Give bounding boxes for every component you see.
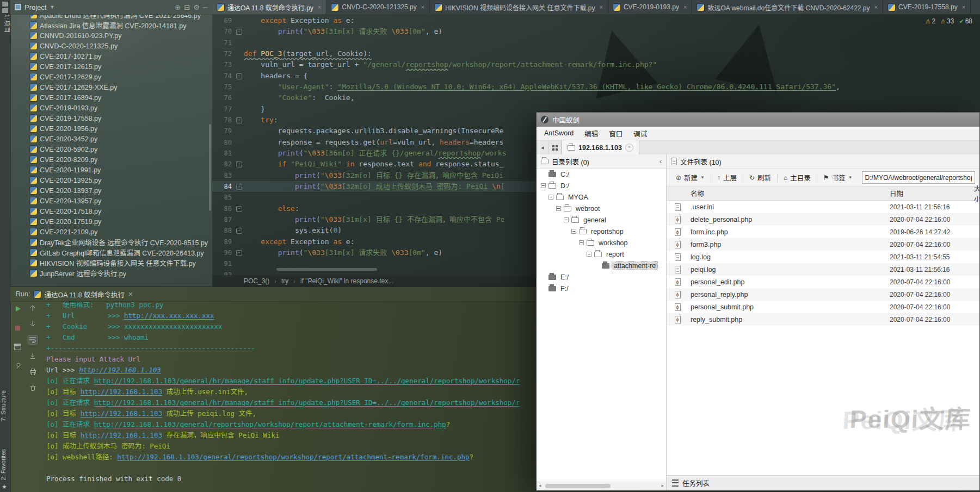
project-tree-item[interactable]: CVE-2020-8209.py (10, 154, 212, 165)
scroll-left-icon[interactable]: ◂ (539, 483, 541, 488)
directory-tree-item[interactable]: reportshop (537, 226, 666, 237)
console-link[interactable]: http://192.168.1.103/general/reportshop/… (94, 420, 446, 428)
breadcrumb-item[interactable]: POC_3() (244, 277, 269, 285)
run-tab[interactable]: 通达OA 11.8 蚁剑命令执行 ✕ (34, 289, 133, 300)
menu-item[interactable]: 编辑 (579, 128, 603, 139)
project-tree-item[interactable]: CVE-2017-12629.py (10, 72, 212, 82)
settings-gear-icon[interactable]: ⚙ (193, 4, 200, 11)
project-tree-item[interactable]: CVE-2020-11991.py (10, 165, 212, 175)
console-link[interactable]: http://192.168.1.103/general/hr/manage/s… (94, 377, 520, 385)
project-tree-item[interactable]: CNNVD-201610-923.PY.py (10, 30, 212, 41)
project-tree-item[interactable]: CVE-2020-5902.py (10, 144, 212, 154)
project-tree-item[interactable]: CVE-2017-12615.py (10, 61, 212, 72)
fold-marker-icon[interactable]: - (236, 250, 242, 256)
fold-marker-icon[interactable]: - (236, 117, 242, 123)
editor-tab[interactable]: CVE-2019-0193.py× (608, 0, 693, 14)
editor-tab[interactable]: CVE-2019-17558.py× (883, 0, 971, 14)
project-tree-item[interactable]: CVE-2020-13925.py (10, 175, 212, 185)
project-tree-item[interactable]: CVE-2020-17518.py (10, 206, 212, 216)
project-tree-item[interactable]: CVE-2019-0193.py (10, 103, 212, 113)
project-tree-item[interactable]: JunpServer 远程命令执行.py (10, 268, 212, 278)
editor-tab[interactable]: 通达OA 11.8 蚁剑命令执行.py× (212, 0, 326, 14)
project-tree-item[interactable]: CNVD-C-2020-121325.py (10, 41, 212, 51)
console-link[interactable]: http://192.168.1.103 (81, 388, 163, 396)
column-header[interactable]: 名称 (688, 188, 890, 198)
close-icon[interactable]: ✕ (128, 291, 133, 298)
panel-icon[interactable] (2, 8, 8, 13)
close-tab-icon[interactable]: × (599, 4, 602, 10)
window-icon[interactable] (2, 2, 8, 7)
project-tree-item[interactable]: CVE-2020-13957.py (10, 196, 212, 206)
fold-marker-icon[interactable]: - (236, 206, 242, 212)
scroll-thumb[interactable] (545, 484, 611, 488)
toolwindow-project-button[interactable]: 1:项目 (0, 14, 12, 33)
tab-grid-icon[interactable] (549, 140, 562, 155)
clear-console-icon[interactable] (28, 383, 37, 392)
toolwindow-structure-button[interactable]: 7: Structure (0, 390, 10, 421)
expand-toggle-icon[interactable] (564, 217, 569, 222)
project-tree-item[interactable]: HIKVISION 视频编码设备接入网关 任意文件下载.py (10, 258, 212, 268)
file-row[interactable]: log.log2021-03-11 21:54:55 (667, 251, 979, 263)
directory-tree-item[interactable]: workshop (537, 237, 666, 248)
antsword-titlebar[interactable]: 中国蚁剑 (537, 113, 979, 127)
console-link[interactable]: http://192.168.1.103 (79, 366, 161, 374)
project-tree-item[interactable]: GitLab Graphql邮箱信息泄露漏洞 CVE-2020-26413.py (10, 247, 212, 258)
toolbar-button-home[interactable]: ⌂主目录 (779, 172, 816, 183)
project-tree-item[interactable]: CVE-2021-2109.py (10, 227, 212, 237)
expand-toggle-icon[interactable] (556, 206, 561, 211)
file-row[interactable]: personal_edit.php2020-07-04 22:16:00 (667, 276, 979, 288)
collapse-panel-icon[interactable]: ‹ (660, 158, 662, 165)
project-tree-item[interactable]: Atlassian Jira 信息泄露漏洞 CVE-2020-14181.py (10, 20, 212, 30)
project-tree-item[interactable]: CVE-2017-12629-XXE.py (10, 82, 212, 92)
directory-tree-item[interactable]: C:/ (537, 169, 666, 180)
close-tab-icon[interactable]: × (683, 4, 687, 10)
menu-item[interactable]: 窗口 (603, 128, 628, 139)
toolwindow-favorites-button[interactable]: 2: Favorites (0, 449, 10, 480)
console-link[interactable]: http://192.168.1.103 (81, 431, 163, 439)
editor-hscrollbar[interactable] (276, 268, 377, 271)
stop-button[interactable] (14, 323, 22, 332)
toolbar-button-bookmark[interactable]: ⚑书签▼ (818, 172, 858, 183)
close-tab-icon[interactable]: × (318, 4, 321, 10)
soft-wrap-icon[interactable] (28, 335, 38, 345)
directory-tree-item[interactable]: general (537, 214, 666, 226)
fold-marker-icon[interactable]: - (236, 29, 242, 35)
expand-toggle-icon[interactable] (541, 183, 546, 188)
hide-panel-icon[interactable]: ─ (203, 4, 208, 11)
directory-tree-item[interactable]: report (537, 248, 666, 260)
editor-tab[interactable]: HIKVISION 视频编码设备接入网关 任意文件下载.py× (430, 0, 608, 14)
task-list-bar[interactable]: 任务列表 (667, 475, 979, 490)
fold-marker-icon[interactable]: - (236, 73, 242, 79)
console-link[interactable]: http://xxx.xxx.xxx.xxx (124, 312, 214, 320)
print-icon[interactable] (28, 368, 37, 376)
console-link[interactable]: http://192.168.1.103 (81, 409, 163, 418)
directory-tree-item[interactable]: F:/ (537, 283, 666, 294)
project-tree-item[interactable]: CVE-2020-17519.py (10, 216, 212, 227)
up-stack-icon[interactable] (28, 303, 37, 312)
expand-toggle-icon[interactable] (571, 229, 576, 234)
close-tab-icon[interactable]: × (421, 4, 424, 10)
toolbar-button-up[interactable]: ↑上层 (712, 172, 742, 183)
fold-marker-icon[interactable]: - (236, 228, 242, 234)
project-scrollbar[interactable] (209, 124, 211, 211)
file-row[interactable]: form3.php2020-07-04 22:16:00 (667, 238, 979, 251)
breadcrumb-item[interactable]: try (281, 277, 288, 285)
scroll-right-icon[interactable]: ▸ (661, 483, 664, 488)
close-session-icon[interactable]: × (625, 144, 633, 152)
project-tree-item[interactable]: CVE-2020-3452.py (10, 134, 212, 144)
console-link[interactable]: http://192.168.1.103/general/hr/manage/s… (94, 398, 520, 407)
breadcrumb-item[interactable]: if "PeiQi_Wiki" in response.tex... (300, 277, 393, 285)
project-tree-item[interactable]: CVE-2019-17558.py (10, 113, 212, 123)
directory-hscrollbar[interactable]: ◂ ▸ (537, 482, 666, 490)
expand-toggle-icon[interactable] (579, 240, 584, 245)
project-tree-item[interactable]: CVE-2020-1956.py (10, 123, 212, 134)
toolbar-button-new[interactable]: ⊕新建▼ (671, 172, 710, 183)
editor-tab[interactable]: CNVD-C-2020-121325.py× (326, 0, 430, 14)
directory-tree-item[interactable]: attachment-re (537, 260, 666, 271)
file-row[interactable]: .user.ini2021-03-11 21:56:16 (667, 201, 979, 213)
file-row[interactable]: peiqi.log2021-03-11 21:56:16 (667, 263, 979, 276)
directory-tree-item[interactable]: webroot (537, 203, 666, 214)
scroll-to-end-icon[interactable] (28, 352, 37, 360)
file-row[interactable]: personal_submit.php2020-07-04 22:16:00 (667, 301, 979, 313)
project-tree-item[interactable]: CVE-2017-10271.py (10, 51, 212, 61)
